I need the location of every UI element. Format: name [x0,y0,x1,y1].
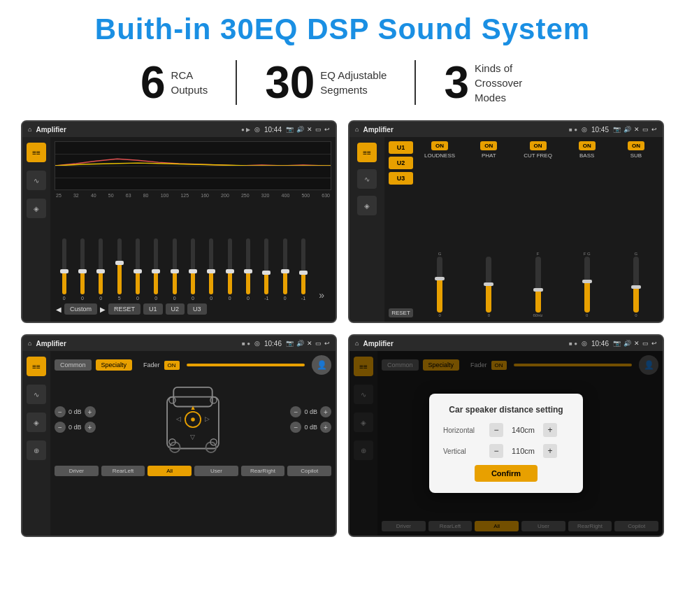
vol-row-2: − 0 dB + [55,422,96,433]
window-icon-4: ▭ [642,340,649,347]
confirm-button[interactable]: Confirm [475,465,538,482]
eq-slider-1: 0 [74,238,90,301]
preset-u1-button[interactable]: U1 [389,141,413,154]
crossover-speaker-icon[interactable]: ◈ [357,196,377,215]
speaker-sidebar: ≡≡ ∿ ◈ ⊕ [22,351,50,536]
vertical-plus-button[interactable]: + [543,444,557,458]
rearleft-button[interactable]: RearLeft [101,466,145,476]
vol-minus-3[interactable]: − [290,406,301,417]
copilot-button[interactable]: Copilot [287,466,331,476]
eq-play-button[interactable]: ▶ [100,306,106,313]
eq-reset-button[interactable]: RESET [108,303,140,315]
home-icon-1[interactable]: ⌂ [28,126,31,133]
phat-slider[interactable] [486,257,491,313]
screen-speaker-content: ≡≡ ∿ ◈ ⊕ Common Specialty Fader ON 👤 [22,351,336,536]
preset-u2-button[interactable]: U2 [389,157,413,169]
speaker-wave-icon[interactable]: ∿ [27,385,46,404]
screen2-title: Amplifier [363,126,565,134]
screen-speaker-card: ⌂ Amplifier ■ ● ◎ 10:46 📷 🔊 ✕ ▭ ↩ ≡≡ ∿ ◈ [21,334,337,537]
phat-on-button[interactable]: ON [480,141,497,150]
svg-text:◁: ◁ [176,415,181,422]
vol-minus-4[interactable]: − [290,422,301,433]
vol-plus-1[interactable]: + [85,406,96,417]
speaker-arrows-icon[interactable]: ⊕ [27,440,46,460]
home-icon-3[interactable]: ⌂ [28,340,31,347]
back-icon-2[interactable]: ↩ [651,126,657,133]
crossover-reset-button[interactable]: RESET [389,308,413,317]
vol-plus-3[interactable]: + [320,406,331,417]
screen-eq-content: ≡≡ ∿ ◈ [22,137,336,322]
close-icon-4: ✕ [634,340,640,347]
cutfreq-on-button[interactable]: ON [530,141,547,150]
stat-text-crossover: Kinds of Crossover Modes [475,61,545,105]
eq-u3-button[interactable]: U3 [187,303,207,315]
home-icon-2[interactable]: ⌂ [355,126,359,133]
eq-custom-button[interactable]: Custom [64,303,97,315]
back-icon-4[interactable]: ↩ [651,340,657,347]
all-button[interactable]: All [147,466,192,476]
page-wrapper: Buith-in 30EQ DSP Sound System 6 RCA Out… [0,0,685,544]
speaker-eq-icon[interactable]: ≡≡ [27,357,46,376]
sub-slider[interactable] [633,257,639,313]
eq-slider-expand[interactable]: » [314,289,330,301]
rearright-button[interactable]: RearRight [241,466,285,476]
eq-sidebar-speaker-icon[interactable]: ◈ [27,199,46,218]
preset-u3-button[interactable]: U3 [389,172,413,185]
screen4-title: Amplifier [363,340,565,348]
tab-common-button[interactable]: Common [55,359,92,371]
driver-button[interactable]: Driver [55,466,99,476]
screen-eq-card: ⌂ Amplifier ● ▶ ◎ 10:44 📷 🔊 ✕ ▭ ↩ ≡≡ ∿ ◈ [21,120,337,323]
avatar-button[interactable]: 👤 [312,355,331,375]
vol-minus-2[interactable]: − [55,422,66,433]
car-svg: ▲ ▽ ◁ ▷ [158,378,228,461]
location-icon-2: ◎ [582,126,587,133]
eq-prev-button[interactable]: ◀ [56,306,62,313]
crossover-eq-icon[interactable]: ≡≡ [357,143,377,162]
tab-specialty-button[interactable]: Specialty [96,359,133,371]
eq-slider-9: 0 [222,238,238,301]
screen3-title: Amplifier [36,340,238,348]
channel-sub: ON SUB G 0 [614,141,658,317]
vol-value-4: 0 dB [304,424,317,431]
sub-on-button[interactable]: ON [628,141,644,150]
dialog-row-horizontal: Horizontal − 140cm + [443,423,569,437]
eq-sidebar-eq-icon[interactable]: ≡≡ [27,143,46,162]
svg-point-7 [210,397,217,403]
stat-eq: 30 EQ Adjustable Segments [237,60,416,105]
speaker-top-row: Common Specialty Fader ON 👤 [55,355,331,375]
eq-u1-button[interactable]: U1 [143,303,163,315]
eq-slider-0: 0 [56,238,72,301]
crossover-sidebar: ≡≡ ∿ ◈ [349,137,384,322]
vol-plus-4[interactable]: + [320,422,331,433]
horizontal-minus-button[interactable]: − [489,423,503,437]
vol-minus-1[interactable]: − [55,406,66,417]
dialog-row-vertical: Vertical − 110cm + [443,444,569,458]
svg-point-5 [191,417,195,422]
speaker-main: Common Specialty Fader ON 👤 − 0 dB + [50,351,336,536]
fader-slider[interactable] [187,364,305,366]
loudness-slider[interactable] [437,257,442,313]
fader-on-button[interactable]: ON [164,361,180,370]
back-icon-3[interactable]: ↩ [324,340,330,347]
horizontal-plus-button[interactable]: + [543,423,557,437]
close-icon-2: ✕ [634,126,640,133]
speaker-speaker-icon[interactable]: ◈ [27,413,46,432]
vertical-minus-button[interactable]: − [489,444,503,458]
bass-on-button[interactable]: ON [579,141,596,150]
back-icon-1[interactable]: ↩ [324,126,330,133]
cutfreq-slider[interactable] [535,257,541,313]
loudness-on-button[interactable]: ON [431,141,448,150]
eq-slider-4: 0 [129,238,145,301]
sub-label: SUB [630,152,642,159]
crossover-wave-icon[interactable]: ∿ [357,169,377,189]
bass-slider[interactable] [584,257,590,313]
eq-u2-button[interactable]: U2 [166,303,185,315]
user-button[interactable]: User [194,466,238,476]
status-bar-3: ⌂ Amplifier ■ ● ◎ 10:46 📷 🔊 ✕ ▭ ↩ [22,336,336,351]
svg-point-6 [169,397,175,403]
volume-icon-3: 🔊 [296,340,304,347]
crossover-presets: U1 U2 U3 RESET [389,141,413,317]
vol-plus-2[interactable]: + [85,422,96,433]
eq-sidebar-wave-icon[interactable]: ∿ [27,171,46,190]
home-icon-4[interactable]: ⌂ [355,340,359,347]
